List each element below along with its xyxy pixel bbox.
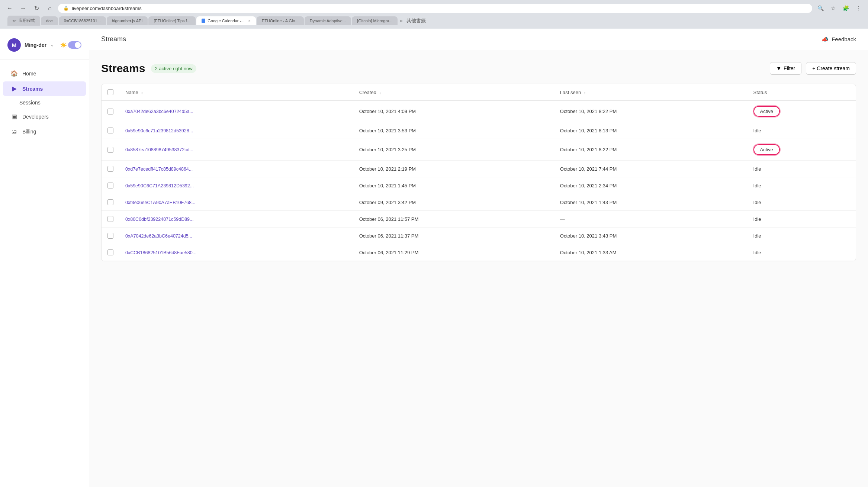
status-cell: Idle xyxy=(748,228,856,244)
status-cell: Idle xyxy=(748,211,856,228)
status-idle-text: Idle xyxy=(753,216,761,222)
sidebar-item-streams[interactable]: ▶ Streams xyxy=(3,81,86,96)
created-cell: October 10, 2021 2:19 PM xyxy=(353,161,554,177)
created-sort-icon[interactable]: ↓ xyxy=(379,90,382,95)
last-seen-cell: October 10, 2021 8:22 PM xyxy=(554,139,748,161)
active-badge: 2 active right now xyxy=(151,64,196,73)
status-idle-text: Idle xyxy=(753,166,761,172)
stream-name-link[interactable]: 0x59e90C6C71A239812D5392... xyxy=(125,183,194,188)
menu-button[interactable]: ⋮ xyxy=(853,3,864,13)
filter-button[interactable]: ▼ Filter xyxy=(770,62,801,75)
stream-name-link[interactable]: 0xa7042de62a3bc6e40724d5a... xyxy=(125,109,193,114)
browser-chrome: ← → ↻ ⌂ 🔒 livepeer.com/dashboard/streams… xyxy=(0,0,868,29)
last-seen-value: October 10, 2021 1:43 PM xyxy=(560,200,617,205)
col-created: Created ↓ xyxy=(353,84,554,101)
status-idle-text: Idle xyxy=(753,183,761,188)
table-row: 0x59e90c6c71a239812d53928... October 10,… xyxy=(102,122,856,139)
page-title: Streams xyxy=(101,35,126,43)
status-cell: Active xyxy=(748,101,856,122)
tab-wallet[interactable]: 0xCCB186825101... xyxy=(59,16,106,25)
col-name-label: Name xyxy=(125,90,138,95)
create-stream-button[interactable]: + Create stream xyxy=(806,62,856,75)
streams-table: Name ↕ Created ↓ Last seen ↕ xyxy=(102,84,856,261)
tab-bignumber[interactable]: bignumber.js API xyxy=(107,16,148,25)
created-cell: October 10, 2021 4:09 PM xyxy=(353,101,554,122)
bookmarks-bar[interactable]: 其他書籤 xyxy=(406,17,426,24)
last-seen-value: October 10, 2021 7:44 PM xyxy=(560,166,617,172)
col-status: Status xyxy=(748,84,856,101)
forward-button[interactable]: → xyxy=(18,3,28,13)
last-seen-cell: October 10, 2021 1:33 AM xyxy=(554,244,748,261)
tab-google-calendar[interactable]: Google Calendar -... × xyxy=(196,16,256,25)
table-row: 0x80C0dbf239224071c59dD89... October 06,… xyxy=(102,211,856,228)
status-cell: Idle xyxy=(748,122,856,139)
table-row: 0xCCB186825101B56d8Fae580... October 06,… xyxy=(102,244,856,261)
stream-name-link[interactable]: 0xA7042de62a3bC6e40724d5... xyxy=(125,233,192,239)
stream-name-link[interactable]: 0x80C0dbf239224071c59dD89... xyxy=(125,217,193,222)
stream-name-link[interactable]: 0x59e90c6c71a239812d53928... xyxy=(125,128,193,133)
more-tabs[interactable]: » xyxy=(400,18,402,23)
feedback-button[interactable]: 📣 Feedback xyxy=(822,36,856,43)
search-button[interactable]: 🔍 xyxy=(815,3,826,13)
sidebar: M Ming-der ⌄ ☀️ 🏠 Home ▶ Streams Session… xyxy=(0,29,89,487)
streams-page-title: Streams xyxy=(101,62,145,75)
dropdown-icon[interactable]: ⌄ xyxy=(50,42,54,48)
reload-button[interactable]: ↻ xyxy=(31,3,42,13)
sidebar-label-billing: Billing xyxy=(22,129,36,135)
last-seen-cell: October 10, 2021 2:34 PM xyxy=(554,177,748,194)
sidebar-item-home[interactable]: 🏠 Home xyxy=(3,66,86,81)
tab-apps[interactable]: ✏应用程式 xyxy=(7,16,40,26)
back-button[interactable]: ← xyxy=(4,3,15,13)
tab-ethonline-glo[interactable]: ETHOnline - A Glo... xyxy=(257,16,304,25)
header-actions: ▼ Filter + Create stream xyxy=(770,62,856,75)
filter-label: Filter xyxy=(784,65,795,71)
extension-button[interactable]: 🧩 xyxy=(840,3,851,13)
row-checkbox[interactable] xyxy=(107,128,113,133)
stream-name-link[interactable]: 0xf3e06eeC1A90A7aEB10F768... xyxy=(125,200,195,205)
status-cell: Active xyxy=(748,139,856,161)
row-checkbox[interactable] xyxy=(107,233,113,239)
created-cell: October 06, 2021 11:37 PM xyxy=(353,228,554,244)
stream-name-link[interactable]: 0x8587ea108898749538372cd... xyxy=(125,147,193,152)
streams-icon: ▶ xyxy=(10,85,18,92)
status-idle-text: Idle xyxy=(753,128,761,133)
created-cell: October 09, 2021 3:42 PM xyxy=(353,194,554,211)
address-bar[interactable]: 🔒 livepeer.com/dashboard/streams xyxy=(58,4,812,13)
sidebar-item-billing[interactable]: 🗂 Billing xyxy=(3,125,86,139)
sidebar-item-sessions[interactable]: Sessions xyxy=(0,97,89,109)
last-seen-cell: October 10, 2021 1:43 PM xyxy=(554,194,748,211)
tab-doc[interactable]: doc xyxy=(41,16,58,25)
col-last-seen-label: Last seen xyxy=(560,90,581,95)
bookmark-button[interactable]: ☆ xyxy=(828,3,838,13)
row-checkbox[interactable] xyxy=(107,109,113,115)
tab-ethonline-tips[interactable]: [ETHOnline] Tips f... xyxy=(148,16,195,25)
last-seen-cell: October 10, 2021 8:13 PM xyxy=(554,122,748,139)
theme-toggle[interactable]: ☀️ xyxy=(60,41,81,49)
row-checkbox[interactable] xyxy=(107,216,113,222)
created-cell: October 10, 2021 3:25 PM xyxy=(353,139,554,161)
status-active-badge: Active xyxy=(753,106,780,117)
user-section: M Ming-der ⌄ ☀️ xyxy=(0,35,89,59)
sidebar-item-developers[interactable]: ▣ Developers xyxy=(3,109,86,124)
name-sort-icon[interactable]: ↕ xyxy=(141,90,143,95)
last-seen-sort-icon[interactable]: ↕ xyxy=(584,90,586,95)
last-seen-value: October 10, 2021 2:34 PM xyxy=(560,183,617,188)
created-cell: October 10, 2021 1:45 PM xyxy=(353,177,554,194)
row-checkbox[interactable] xyxy=(107,249,113,255)
col-name: Name ↕ xyxy=(119,84,353,101)
feedback-label: Feedback xyxy=(832,36,856,42)
row-checkbox[interactable] xyxy=(107,147,113,153)
stream-name-link[interactable]: 0xCCB186825101B56d8Fae580... xyxy=(125,250,196,255)
url-text: livepeer.com/dashboard/streams xyxy=(72,6,142,11)
tab-gitcoin[interactable]: [Gitcoin] Microgra... xyxy=(352,16,398,25)
row-checkbox[interactable] xyxy=(107,183,113,188)
last-seen-value: October 10, 2021 8:22 PM xyxy=(560,109,617,114)
row-checkbox[interactable] xyxy=(107,166,113,172)
col-status-label: Status xyxy=(753,90,767,95)
table-row: 0xf3e06eeC1A90A7aEB10F768... October 09,… xyxy=(102,194,856,211)
row-checkbox[interactable] xyxy=(107,199,113,205)
stream-name-link[interactable]: 0xd7e7ecedff417c85d89c4864... xyxy=(125,167,193,172)
home-button[interactable]: ⌂ xyxy=(45,3,55,13)
select-all-checkbox[interactable] xyxy=(107,89,113,95)
tab-dynamic[interactable]: Dynamic Adaptive... xyxy=(305,16,351,25)
